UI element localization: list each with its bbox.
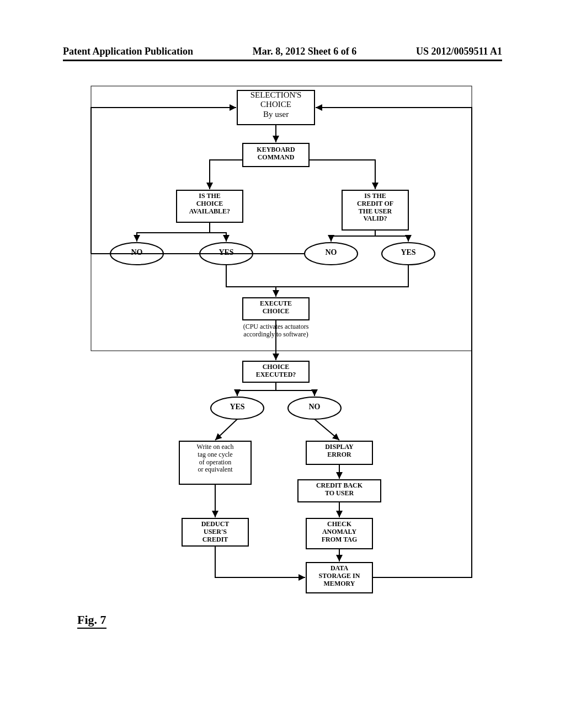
header-right: US 2012/0059511 A1 <box>416 46 502 57</box>
header-left: Patent Application Publication <box>63 46 193 57</box>
node-no-1: NO <box>110 248 163 257</box>
page-root: Patent Application Publication Mar. 8, 2… <box>0 0 565 728</box>
node-write-tag: Write on each tag one cycle of operation… <box>179 443 251 474</box>
node-yes-1: YES <box>200 248 253 257</box>
node-yes-3: YES <box>211 403 264 411</box>
node-display-error: DISPLAY ERROR <box>306 443 372 459</box>
header-center: Mar. 8, 2012 Sheet 6 of 6 <box>253 46 356 57</box>
note-cpu: (CPU activates actuators accordingly to … <box>221 323 331 339</box>
node-credit-valid: IS THE CREDIT OF THE USER VALID? <box>342 192 408 223</box>
node-yes-2: YES <box>382 248 435 257</box>
node-keyboard-command: KEYBOARD COMMAND <box>243 146 309 162</box>
node-selection-choice: SELECTION'S CHOICE By user <box>237 90 315 119</box>
node-deduct-credit: DEDUCT USER'S CREDIT <box>182 521 248 543</box>
node-check-anomaly: CHECK ANOMALY FROM TAG <box>306 521 372 543</box>
node-no-3: NO <box>288 403 341 411</box>
node-choice-available: IS THE CHOICE AVAILABLE? <box>177 192 243 215</box>
node-execute-choice: EXECUTE CHOICE <box>243 300 309 315</box>
node-no-2: NO <box>305 248 358 257</box>
page-header: Patent Application Publication Mar. 8, 2… <box>63 43 502 61</box>
node-choice-executed: CHOICE EXECUTED? <box>243 363 309 379</box>
node-credit-back: CREDIT BACK TO USER <box>298 482 381 497</box>
node-data-storage: DATA STORAGE IN MEMORY <box>306 565 372 587</box>
